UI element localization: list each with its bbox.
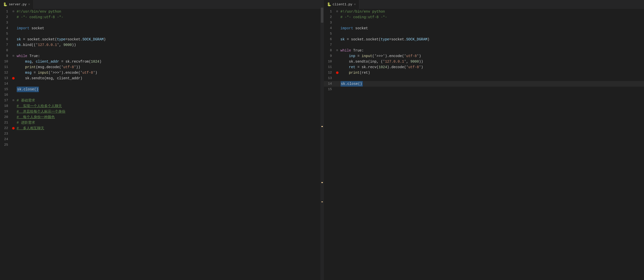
line-number: 5 — [0, 31, 11, 37]
line-content: sk.bind(('127.0.0.1', 9000)) — [16, 42, 320, 48]
line-gutter — [11, 14, 16, 20]
table-row: 24 — [0, 137, 320, 142]
line-number: 22 — [0, 125, 11, 131]
line-number: 13 — [0, 75, 11, 81]
line-content: # 基础需求 — [16, 98, 320, 103]
client1-py-code-area[interactable]: 1 ⊟ #!/usr/bin/env python 2 # -*- coding… — [324, 9, 644, 280]
table-row: 7 sk.bind(('127.0.0.1', 9000)) — [0, 42, 320, 48]
line-gutter — [335, 87, 340, 92]
line-number: 21 — [0, 120, 11, 125]
line-content — [16, 92, 320, 98]
line-number: 12 — [324, 70, 335, 75]
table-row: 21 # 进阶需求 — [0, 120, 320, 125]
line-content — [340, 75, 644, 81]
line-gutter — [335, 42, 340, 48]
line-number: 14 — [0, 81, 11, 87]
line-gutter — [11, 137, 16, 142]
server-py-tab-label: server.py — [9, 3, 27, 6]
right-editor-pane: 🐍 client1.py × 1 ⊟ #!/usr/bin/env python… — [324, 0, 644, 280]
fold-indicator[interactable]: ⊟ — [336, 48, 338, 53]
line-number: 24 — [0, 137, 11, 142]
line-gutter — [11, 70, 16, 75]
server-py-code-area[interactable]: 1 ⊟ #!/usr/bin/env python 2 # -*- coding… — [0, 9, 320, 280]
table-row: 23 — [0, 131, 320, 137]
table-row: 2 # -*- coding:utf-8 -*- — [324, 14, 644, 20]
line-gutter — [11, 81, 16, 87]
fold-indicator[interactable]: ⊟ — [13, 53, 14, 59]
line-content: import socket — [16, 26, 320, 31]
line-content: msg = input('>>>').encode('utf-8') — [16, 70, 320, 75]
line-number: 11 — [0, 64, 11, 70]
line-number: 1 — [324, 9, 335, 14]
line-number: 7 — [324, 42, 335, 48]
table-row: 5 — [324, 31, 644, 37]
table-row: 6 sk = socket.socket(type=socket.SOCK_DG… — [0, 37, 320, 42]
line-content: # -*- coding:utf-8 -*- — [340, 14, 644, 20]
line-content: # 并且给每个人标示一个身份 — [16, 109, 320, 114]
fold-indicator[interactable]: ⊟ — [336, 9, 338, 14]
line-content — [340, 20, 644, 26]
line-content: #!/usr/bin/env python — [16, 9, 320, 14]
left-minimap — [320, 0, 324, 280]
table-row: 1 ⊟ #!/usr/bin/env python — [0, 9, 320, 14]
line-gutter — [11, 125, 16, 131]
line-gutter — [335, 37, 340, 42]
line-content: # 实现一个人给多个人聊天 — [16, 103, 320, 109]
line-number: 10 — [0, 59, 11, 64]
line-gutter — [335, 31, 340, 37]
line-gutter — [11, 109, 16, 114]
line-gutter — [11, 31, 16, 37]
line-number: 4 — [0, 26, 11, 31]
line-gutter: ⊟ — [335, 9, 340, 14]
table-row: 2 # -*- coding:utf-8 -*- — [0, 14, 320, 20]
line-number: 8 — [0, 48, 11, 53]
line-gutter — [335, 20, 340, 26]
line-gutter — [335, 75, 340, 81]
line-gutter: ⊟ — [11, 53, 16, 59]
table-row: 9 inp = input('>>>').encode('utf-8') — [324, 53, 644, 59]
table-row: 10 sk.sendto(inp, ('127.0.0.1', 9000)) — [324, 59, 644, 64]
table-row: 20 # 每个人身份一种颜色 — [0, 114, 320, 120]
line-number: 2 — [0, 14, 11, 20]
line-gutter: ⊟ — [11, 9, 16, 14]
line-gutter — [11, 37, 16, 42]
line-number: 2 — [324, 14, 335, 20]
line-gutter — [11, 75, 16, 81]
line-content: inp = input('>>>').encode('utf-8') — [340, 53, 644, 59]
breakpoint-icon[interactable] — [336, 71, 339, 74]
line-content — [340, 87, 644, 92]
line-gutter — [11, 20, 16, 26]
scroll-indicator3 — [321, 201, 323, 202]
line-content: print(msg.decode('utf-8')) — [16, 64, 320, 70]
breakpoint-icon[interactable] — [12, 77, 15, 80]
left-tab-bar: 🐍 server.py × — [0, 0, 320, 9]
line-content — [340, 31, 644, 37]
line-gutter — [11, 120, 16, 125]
line-number: 10 — [324, 59, 335, 64]
fold-indicator[interactable]: ⊟ — [13, 9, 14, 14]
line-number: 13 — [324, 75, 335, 81]
breakpoint-icon[interactable] — [12, 127, 15, 130]
client1-py-tab-close[interactable]: × — [354, 3, 356, 6]
line-content: sk.close() — [340, 81, 644, 87]
line-content: # 每个人身份一种颜色 — [16, 114, 320, 120]
line-gutter — [335, 26, 340, 31]
table-row: 14 sk.close() — [324, 81, 644, 87]
line-number: 14 — [324, 81, 335, 87]
server-py-tab-close[interactable]: × — [28, 3, 30, 6]
line-gutter: ⊟ — [335, 48, 340, 53]
table-row: 3 — [324, 20, 644, 26]
line-content: print(ret) — [340, 70, 644, 75]
table-row: 25 — [0, 142, 320, 148]
line-content: ret = sk.recv(1024).decode('utf-8') — [340, 64, 644, 70]
line-content: sk.close() — [16, 87, 320, 92]
table-row: 15 — [324, 87, 644, 92]
fold-indicator[interactable]: ⊟ — [13, 98, 14, 103]
line-number: 11 — [324, 64, 335, 70]
server-py-tab[interactable]: 🐍 server.py × — [0, 0, 34, 9]
line-gutter — [11, 92, 16, 98]
table-row: 12 print(ret) — [324, 70, 644, 75]
table-row: 12 msg = input('>>>').encode('utf-8') — [0, 70, 320, 75]
table-row: 18 # 实现一个人给多个人聊天 — [0, 103, 320, 109]
client1-py-tab[interactable]: 🐍 client1.py × — [324, 0, 359, 9]
